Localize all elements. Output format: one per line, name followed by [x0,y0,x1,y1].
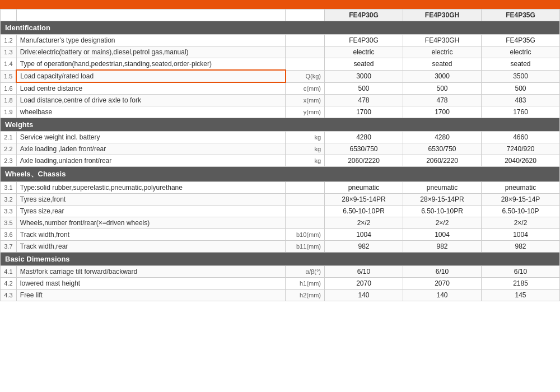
section-header-row: Wheels、Chassis [1,167,560,182]
row-value-1: 6/10 [325,266,403,278]
section-header-row: Identification [1,21,560,35]
row-value-3: 6/10 [482,266,560,278]
row-value-2: 500 [403,82,482,95]
row-value-2: 6/10 [403,266,482,278]
row-value-2: 478 [403,95,482,106]
row-value-2: 982 [403,241,482,253]
row-label: Service weight incl. battery [16,132,285,143]
row-number: 4.2 [1,278,17,290]
row-value-2: 140 [403,290,482,301]
row-label: Track width,front [16,229,285,241]
table-row: 1.5Load capacity/rated loadQ(kg)30003000… [1,70,560,82]
row-value-1: 6530/750 [325,143,403,155]
row-unit [286,58,325,71]
table-row: 4.3Free lifth2(mm)140140145 [1,290,560,301]
row-number: 3.5 [1,217,17,229]
row-value-2: electric [403,46,482,58]
row-number: 3.7 [1,241,17,253]
row-number: 4.3 [1,290,17,301]
row-value-3: 1004 [482,229,560,241]
row-number: 2.3 [1,155,17,167]
row-value-1: 1004 [325,229,403,241]
row-value-2: 2070 [403,278,482,290]
section-header-row: Weights [1,118,560,132]
row-label: Mast/fork carriage tilt forward/backward [16,266,285,278]
table-row: 1.6Load centre distancec(mm)500500500 [1,82,560,95]
row-number: 1.9 [1,106,17,118]
row-value-1: 2060/2220 [325,155,403,167]
row-label: Load centre distance [16,82,285,95]
table-row: 1.8Load distance,centre of drive axle to… [1,95,560,106]
row-value-3: 3500 [482,70,560,82]
row-label: Type of operation(hand,pedestrian,standi… [16,58,285,71]
row-value-2: pneumatic [403,182,482,194]
row-value-3: 1760 [482,106,560,118]
row-label: Manufacturer's type designation [16,35,285,46]
row-value-3: FE4P35G [482,35,560,46]
row-number: 1.6 [1,82,17,95]
row-label: Tyres size,rear [16,206,285,217]
row-value-2: 28×9-15-14PR [403,194,482,206]
row-value-2: 6.50-10-10PR [403,206,482,217]
row-label: Load capacity/rated load [16,70,285,82]
row-label: Load distance,centre of drive axle to fo… [16,95,285,106]
section-header-cell: Weights [1,118,560,132]
row-value-1: 28×9-15-14PR [325,194,403,206]
table-row: 4.2lowered mast heighth1(mm)207020702185 [1,278,560,290]
row-value-2: 3000 [403,70,482,82]
row-label: Wheels,number front/rear(×=driven wheels… [16,217,285,229]
row-value-3: 2040/2620 [482,155,560,167]
row-value-3: pneumatic [482,182,560,194]
row-unit [286,194,325,206]
row-value-1: 6.50-10-10PR [325,206,403,217]
row-unit: h1(mm) [286,278,325,290]
row-number: 1.2 [1,35,17,46]
row-label: Type:solid rubber,superelastic,pneumatic… [16,182,285,194]
row-value-2: 4280 [403,132,482,143]
row-value-1: 478 [325,95,403,106]
table-row: 3.7Track width,rearb11(mm)982982982 [1,241,560,253]
col-model-1-header: FE4P30G [325,10,403,21]
row-value-2: 2×/2 [403,217,482,229]
row-number: 1.3 [1,46,17,58]
table-row: 1.9wheelbasey(mm)170017001760 [1,106,560,118]
row-value-1: 2×/2 [325,217,403,229]
row-label: Drive:electric(battery or mains),diesel,… [16,46,285,58]
page-header [0,0,560,9]
table-row: 3.6Track width,frontb10(mm)100410041004 [1,229,560,241]
row-value-1: 2070 [325,278,403,290]
row-value-3: 982 [482,241,560,253]
row-unit: kg [286,155,325,167]
table-row: 2.2Axle loading ,laden front/rearkg6530/… [1,143,560,155]
row-number: 1.8 [1,95,17,106]
row-value-3: seated [482,58,560,71]
row-value-3: 145 [482,290,560,301]
col-label-header [16,10,285,21]
col-model-2-header: FE4P30GH [403,10,482,21]
row-unit [286,217,325,229]
col-num-header [1,10,17,21]
row-number: 3.3 [1,206,17,217]
row-unit: y(mm) [286,106,325,118]
table-row: 2.3Axle loading,unladen front/rearkg2060… [1,155,560,167]
table-row: 3.1Type:solid rubber,superelastic,pneuma… [1,182,560,194]
row-number: 1.5 [1,70,17,82]
row-value-3: 7240/920 [482,143,560,155]
row-unit: Q(kg) [286,70,325,82]
row-number: 4.1 [1,266,17,278]
row-value-2: 6530/750 [403,143,482,155]
section-header-cell: Identification [1,21,560,35]
row-value-1: 982 [325,241,403,253]
row-value-2: seated [403,58,482,71]
row-unit [286,35,325,46]
row-unit [286,206,325,217]
row-label: Track width,rear [16,241,285,253]
row-value-1: pneumatic [325,182,403,194]
table-header-row: FE4P30G FE4P30GH FE4P35G [1,10,560,21]
table-body: Identification1.2Manufacturer's type des… [1,21,560,301]
row-unit [286,182,325,194]
spec-table: FE4P30G FE4P30GH FE4P35G Identification1… [0,9,560,301]
row-value-3: 6.50-10-10P [482,206,560,217]
row-label: Tyres size,front [16,194,285,206]
main-table-container: FE4P30G FE4P30GH FE4P35G Identification1… [0,9,560,301]
